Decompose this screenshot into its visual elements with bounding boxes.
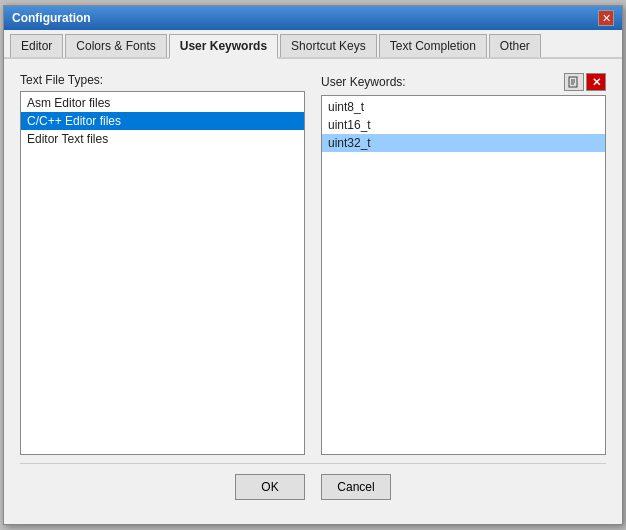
keywords-buttons: ✕ [564, 73, 606, 91]
keywords-close-button[interactable]: ✕ [586, 73, 606, 91]
tabs-bar: Editor Colors & Fonts User Keywords Shor… [4, 30, 622, 59]
file-types-panel: Text File Types: Asm Editor files C/C++ … [20, 73, 305, 455]
new-icon [568, 76, 580, 88]
tab-user-keywords[interactable]: User Keywords [169, 34, 278, 59]
footer: OK Cancel [20, 463, 606, 510]
keywords-listbox[interactable]: uint8_t uint16_t uint32_t [321, 95, 606, 455]
tab-text-completion[interactable]: Text Completion [379, 34, 487, 57]
list-item[interactable]: Editor Text files [21, 130, 304, 148]
tab-content: Text File Types: Asm Editor files C/C++ … [4, 59, 622, 524]
keywords-new-button[interactable] [564, 73, 584, 91]
configuration-window: Configuration ✕ Editor Colors & Fonts Us… [3, 5, 623, 525]
panels-row: Text File Types: Asm Editor files C/C++ … [20, 73, 606, 455]
list-item[interactable]: uint8_t [322, 98, 605, 116]
title-bar: Configuration ✕ [4, 6, 622, 30]
window-close-button[interactable]: ✕ [598, 10, 614, 26]
list-item[interactable]: uint16_t [322, 116, 605, 134]
tab-colors-fonts[interactable]: Colors & Fonts [65, 34, 166, 57]
tab-shortcut-keys[interactable]: Shortcut Keys [280, 34, 377, 57]
keywords-label: User Keywords: [321, 75, 406, 89]
file-types-label: Text File Types: [20, 73, 305, 87]
keywords-header: User Keywords: ✕ [321, 73, 606, 91]
cancel-button[interactable]: Cancel [321, 474, 391, 500]
tab-editor[interactable]: Editor [10, 34, 63, 57]
list-item[interactable]: Asm Editor files [21, 94, 304, 112]
keywords-panel: User Keywords: ✕ [321, 73, 606, 455]
ok-button[interactable]: OK [235, 474, 305, 500]
window-title: Configuration [12, 11, 91, 25]
tab-other[interactable]: Other [489, 34, 541, 57]
list-item[interactable]: uint32_t [322, 134, 605, 152]
file-types-listbox[interactable]: Asm Editor files C/C++ Editor files Edit… [20, 91, 305, 455]
list-item[interactable]: C/C++ Editor files [21, 112, 304, 130]
